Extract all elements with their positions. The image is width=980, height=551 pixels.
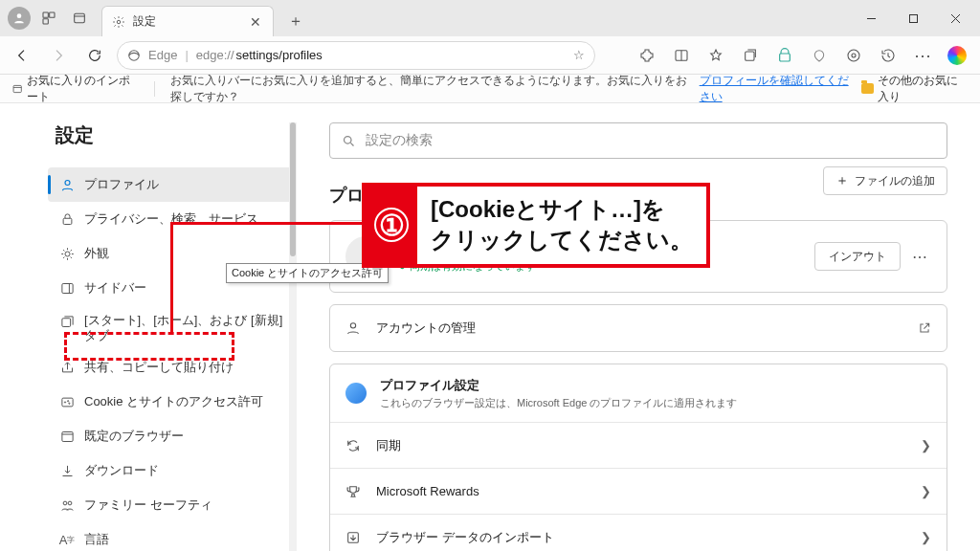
tabs-icon (59, 314, 75, 329)
window-controls (850, 4, 976, 33)
favorites-icon[interactable] (701, 41, 731, 70)
favbar-link[interactable]: プロフィールを確認してください (700, 73, 853, 105)
add-profile-button[interactable]: ＋ファイルの追加 (823, 166, 947, 195)
callout-text: [Cookieとサイト…]を クリックしてください。 (417, 187, 706, 264)
external-link-icon (918, 321, 931, 335)
sidebar-item-family[interactable]: ファミリー セーフティ (48, 488, 297, 522)
profile-more-icon[interactable]: ⋯ (908, 248, 931, 266)
sidebar-icon (59, 280, 75, 296)
maximize-button[interactable] (892, 4, 934, 33)
row-rewards[interactable]: Microsoft Rewards ❯ (330, 468, 947, 514)
row-profile-settings[interactable]: プロファイル設定 これらのブラウザー設定は、Microsoft Edge のプロ… (330, 364, 947, 422)
chevron-right-icon: ❯ (921, 530, 931, 544)
svg-point-20 (64, 402, 65, 403)
workspaces-icon[interactable] (36, 6, 61, 31)
svg-point-16 (65, 252, 70, 256)
refresh-button[interactable] (80, 41, 109, 70)
mini-avatar-icon (345, 383, 367, 404)
signout-button[interactable]: インアウト (814, 242, 901, 271)
addr-brand: Edge (148, 48, 177, 62)
more-menu-icon[interactable]: ⋯ (907, 41, 938, 70)
profile-avatar-button[interactable] (8, 7, 31, 30)
annotation-connector (170, 222, 362, 225)
svg-point-28 (345, 136, 352, 143)
sidebar-item-cookies[interactable]: Cookie とサイトのアクセス許可 (48, 385, 297, 419)
annotation-callout: ① [Cookieとサイト…]を クリックしてください。 (362, 183, 710, 268)
browser-icon (59, 429, 75, 444)
appearance-icon (59, 246, 75, 261)
tab-actions-icon[interactable] (67, 6, 92, 31)
new-tab-button[interactable]: ＋ (281, 7, 310, 35)
import-icon (345, 530, 363, 545)
svg-rect-19 (61, 398, 72, 407)
svg-point-0 (17, 13, 22, 18)
settings-title: 設定 (48, 122, 297, 148)
svg-point-29 (350, 323, 355, 328)
svg-rect-18 (61, 318, 70, 326)
folder-icon (861, 83, 873, 94)
row-account-manage[interactable]: アカウントの管理 (330, 305, 947, 351)
svg-point-11 (848, 50, 859, 61)
other-favorites-folder[interactable]: その他のお気に入り (861, 73, 969, 105)
row-sync[interactable]: 同期 ❯ (330, 422, 947, 468)
sidebar-item-languages[interactable]: A字言語 (48, 522, 297, 551)
cookie-icon (59, 394, 75, 409)
sidebar-scrollbar[interactable] (289, 122, 297, 551)
svg-point-25 (68, 501, 72, 505)
extensions-icon[interactable] (632, 41, 662, 70)
settings-search-input[interactable]: 設定の検索 (329, 122, 947, 159)
address-bar[interactable]: Edge | edge://settings/profiles ☆ (117, 41, 595, 70)
person-icon (345, 320, 363, 336)
lock-icon (59, 211, 75, 227)
browser-toolbar: Edge | edge://settings/profiles ☆ ⋯ (0, 36, 980, 75)
close-tab-icon[interactable]: ✕ (248, 14, 263, 30)
annotation-connector (170, 222, 173, 333)
favbar-message: お気に入りバーにお気に入りを追加すると、簡単にアクセスできるようになります。お気… (170, 73, 690, 105)
close-window-button[interactable] (934, 4, 976, 33)
svg-rect-1 (43, 12, 48, 17)
svg-rect-4 (75, 13, 85, 22)
forward-button (44, 41, 73, 70)
collections-icon[interactable] (735, 41, 766, 70)
svg-point-22 (68, 403, 69, 404)
share-icon (59, 360, 75, 375)
svg-point-14 (65, 180, 70, 185)
trophy-icon (345, 484, 363, 499)
svg-rect-9 (746, 52, 754, 60)
sidebar-item-share[interactable]: 共有、コピーして貼り付け (48, 350, 297, 385)
sidebar-item-profile[interactable]: プロファイル (48, 167, 297, 202)
svg-rect-2 (50, 12, 55, 17)
settings-content: 設定 プロファイル プライバシー、検索、サービス 外観 サイドバー [スタート]… (0, 103, 980, 551)
chevron-right-icon: ❯ (921, 438, 931, 452)
sidebar-item-downloads[interactable]: ダウンロード (48, 453, 297, 488)
settings-sidebar: 設定 プロファイル プライバシー、検索、サービス 外観 サイドバー [スタート]… (0, 103, 297, 551)
shopping-icon[interactable] (769, 41, 800, 70)
svg-rect-6 (909, 14, 917, 22)
addr-host: edge:// (196, 48, 234, 62)
browser-essentials-icon[interactable] (804, 41, 835, 70)
svg-point-24 (63, 501, 67, 505)
import-favorites-button[interactable]: お気に入りのインポート (11, 73, 139, 105)
addr-path: settings/profiles (236, 48, 323, 62)
svg-rect-13 (13, 85, 21, 92)
account-manage-card: アカウントの管理 (329, 304, 947, 352)
sidebar-item-default-browser[interactable]: 既定のブラウザー (48, 419, 297, 453)
svg-point-21 (67, 400, 68, 401)
site-identity-icon (127, 49, 141, 62)
sync-icon (345, 438, 363, 453)
history-icon[interactable] (873, 41, 903, 70)
browser-tab[interactable]: 設定 ✕ (101, 6, 274, 36)
search-placeholder: 設定の検索 (366, 132, 433, 149)
svg-rect-15 (63, 218, 72, 224)
minimize-button[interactable] (850, 4, 892, 33)
downloads-icon[interactable] (838, 41, 869, 70)
svg-point-12 (852, 54, 856, 57)
back-button[interactable] (8, 41, 36, 70)
favorite-star-icon[interactable]: ☆ (573, 48, 585, 62)
tab-title: 設定 (133, 13, 156, 30)
gear-icon (112, 15, 125, 29)
copilot-icon[interactable] (942, 41, 972, 70)
split-screen-icon[interactable] (666, 41, 697, 70)
family-icon (59, 497, 75, 513)
row-import-data[interactable]: ブラウザー データのインポート ❯ (330, 514, 947, 551)
